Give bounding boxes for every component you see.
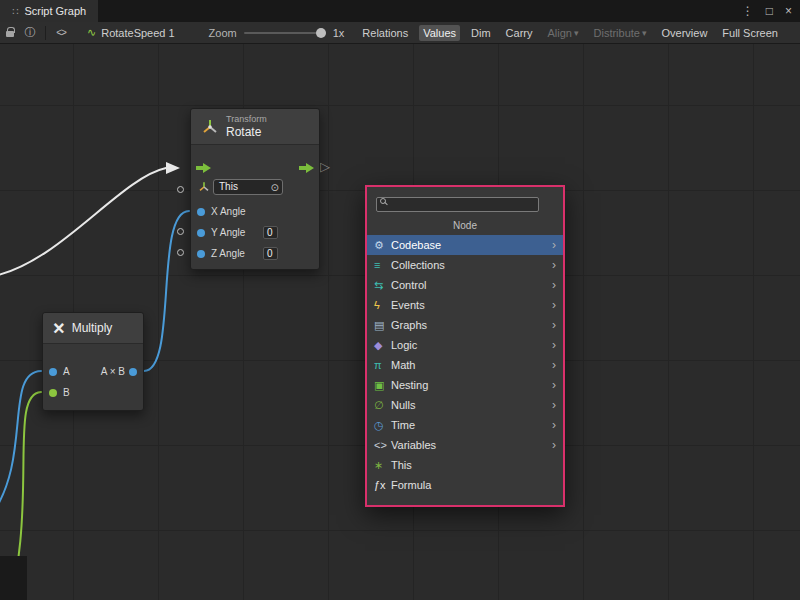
- y-angle-port[interactable]: [197, 229, 205, 237]
- tab-bar: ∷ Script Graph ⋮ □ ×: [0, 0, 800, 22]
- finder-item-label: Collections: [391, 259, 552, 271]
- input-a-port[interactable]: [49, 368, 57, 376]
- chevron-right-icon: ›: [552, 238, 556, 252]
- this-field-value: This: [219, 181, 238, 192]
- gear-icon: ⚙: [374, 239, 391, 252]
- toolbar-button-label: Relations: [362, 27, 408, 39]
- toolbar-button-label: Align: [548, 27, 572, 39]
- branch-icon: ⇆: [374, 279, 391, 292]
- toolbar-button-carry[interactable]: Carry: [502, 25, 537, 41]
- zoom-control: Zoom 1x: [209, 27, 345, 39]
- finder-item-formula[interactable]: ƒxFormula: [367, 475, 563, 495]
- chevron-right-icon: ›: [552, 438, 556, 452]
- z-angle-port[interactable]: [197, 250, 205, 258]
- toolbar-button-overview[interactable]: Overview: [658, 25, 712, 41]
- finder-item-logic[interactable]: ◆Logic›: [367, 335, 563, 355]
- null-icon: ∅: [374, 399, 391, 412]
- finder-item-collections[interactable]: ≡Collections›: [367, 255, 563, 275]
- toolbar-button-values[interactable]: Values: [419, 25, 460, 41]
- flow-wire-arrowhead-icon: [166, 162, 180, 174]
- finder-item-label: Nulls: [391, 399, 552, 411]
- graph-canvas[interactable]: ▷ Transform Rotate: [0, 44, 800, 600]
- chevron-right-icon: ›: [552, 258, 556, 272]
- finder-item-nesting[interactable]: ▣Nesting›: [367, 375, 563, 395]
- info-button[interactable]: ⓘ: [20, 23, 40, 43]
- finder-item-label: Variables: [391, 439, 552, 451]
- finder-item-label: Time: [391, 419, 552, 431]
- kebab-menu-icon[interactable]: ⋮: [742, 4, 754, 18]
- toolbar-button-distribute[interactable]: Distribute▾: [590, 25, 651, 41]
- input-a-wire[interactable]: [0, 371, 41, 514]
- variables-icon: <>: [374, 439, 391, 451]
- close-window-icon[interactable]: ×: [785, 4, 792, 18]
- multiply-node-header[interactable]: × Multiply: [43, 313, 143, 344]
- ghost-flow-output-icon: ▷: [320, 159, 330, 175]
- zoom-value: 1x: [333, 27, 345, 39]
- toolbar-button-label: Overview: [662, 27, 708, 39]
- flow-input-arrow-icon[interactable]: [196, 163, 211, 173]
- x-angle-label: X Angle: [211, 206, 245, 217]
- chevron-right-icon: ›: [552, 358, 556, 372]
- chevron-right-icon: ›: [552, 398, 556, 412]
- finder-item-this[interactable]: ∗This: [367, 455, 563, 475]
- z-angle-value-field[interactable]: 0: [263, 247, 278, 260]
- lock-button[interactable]: [0, 23, 20, 43]
- zoom-slider-handle[interactable]: [316, 28, 326, 38]
- finder-item-label: Logic: [391, 339, 552, 351]
- tab-script-graph[interactable]: ∷ Script Graph: [0, 0, 98, 22]
- formula-icon: ƒx: [374, 479, 391, 491]
- tab-title: Script Graph: [24, 5, 86, 17]
- logic-icon: ◆: [374, 339, 391, 352]
- this-icon: ∗: [374, 459, 391, 472]
- rotate-node[interactable]: Transform Rotate This ⊙ X Angle: [190, 108, 320, 270]
- z-angle-port-socket[interactable]: [177, 249, 184, 256]
- this-port-socket[interactable]: [177, 186, 184, 193]
- finder-item-label: This: [391, 459, 556, 471]
- finder-item-codebase[interactable]: ⚙Codebase›: [367, 235, 563, 255]
- node-title: Rotate: [226, 125, 267, 139]
- toolbar-button-full-screen[interactable]: Full Screen: [718, 25, 782, 41]
- this-object-field[interactable]: This ⊙: [213, 179, 283, 195]
- input-b-port[interactable]: [49, 389, 57, 397]
- flow-output-arrow-icon[interactable]: [299, 163, 314, 173]
- zoom-slider[interactable]: [244, 32, 326, 34]
- node-title: Multiply: [72, 321, 113, 335]
- y-angle-label: Y Angle: [211, 227, 245, 238]
- nesting-icon: ▣: [374, 379, 391, 392]
- multiply-to-xangle-wire[interactable]: [144, 211, 189, 371]
- toolbar-button-label: Distribute: [594, 27, 640, 39]
- chevron-right-icon: ›: [552, 418, 556, 432]
- finder-item-graphs[interactable]: ▤Graphs›: [367, 315, 563, 335]
- dropdown-caret-icon: ▾: [642, 28, 647, 38]
- toolbar-divider: [45, 26, 46, 40]
- toolbar-button-align[interactable]: Align▾: [544, 25, 583, 41]
- toolbar-buttons: RelationsValuesDimCarryAlign▾Distribute▾…: [358, 25, 800, 41]
- finder-item-math[interactable]: πMath›: [367, 355, 563, 375]
- input-a-label: A: [63, 366, 70, 377]
- output-port[interactable]: [129, 368, 137, 376]
- graph-breadcrumb[interactable]: ∿ RotateSpeed 1: [87, 26, 175, 39]
- object-picker-icon[interactable]: ⊙: [271, 181, 279, 195]
- flow-wire[interactable]: [0, 168, 166, 276]
- code-view-button[interactable]: <>: [51, 23, 71, 43]
- background-panel-corner: [0, 556, 27, 600]
- multiply-node[interactable]: × Multiply A A × B B: [42, 312, 144, 411]
- finder-item-control[interactable]: ⇆Control›: [367, 275, 563, 295]
- y-angle-port-socket[interactable]: [177, 228, 184, 235]
- finder-item-events[interactable]: ϟEvents›: [367, 295, 563, 315]
- toolbar-button-dim[interactable]: Dim: [467, 25, 495, 41]
- chevron-right-icon: ›: [552, 318, 556, 332]
- node-search-input[interactable]: [376, 197, 539, 212]
- chevron-right-icon: ›: [552, 278, 556, 292]
- finder-item-time[interactable]: ◷Time›: [367, 415, 563, 435]
- finder-item-nulls[interactable]: ∅Nulls›: [367, 395, 563, 415]
- toolbar-button-relations[interactable]: Relations: [358, 25, 412, 41]
- y-angle-value-field[interactable]: 0: [263, 226, 278, 239]
- finder-item-variables[interactable]: <>Variables›: [367, 435, 563, 455]
- finder-list: ⚙Codebase›≡Collections›⇆Control›ϟEvents›…: [367, 235, 563, 495]
- node-category: Transform: [226, 114, 267, 125]
- x-angle-port[interactable]: [197, 208, 205, 216]
- rotate-node-header[interactable]: Transform Rotate: [191, 109, 319, 145]
- transform-icon-small: [198, 181, 210, 193]
- restore-window-icon[interactable]: □: [766, 4, 773, 18]
